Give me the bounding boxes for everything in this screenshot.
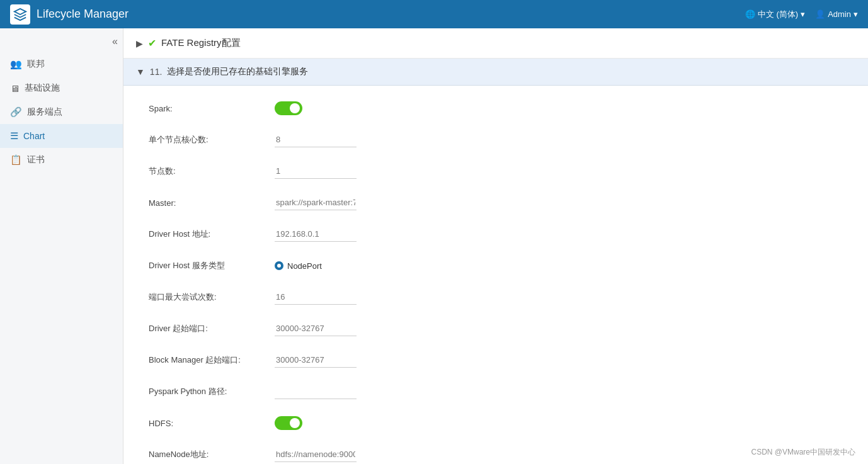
- driver-port-input-wrapper: [275, 321, 401, 336]
- block-manager-row: Block Manager 起始端口:: [149, 350, 843, 370]
- federation-icon: 👥: [10, 59, 22, 70]
- driver-host-input-wrapper: [275, 227, 401, 242]
- radio-dot-nodeport: [275, 261, 283, 270]
- driver-service-label: Driver Host 服务类型: [149, 260, 275, 271]
- section2-title: 选择是否使用已存在的基础引擎服务: [167, 66, 308, 77]
- watermark: CSDN @VMware中国研发中心: [751, 447, 855, 458]
- sidebar-item-label: 基础设施: [25, 82, 60, 94]
- master-input[interactable]: [275, 195, 357, 210]
- sidebar: « 👥 联邦 🖥 基础设施 🔗 服务端点 ☰ Chart 📋 证书: [0, 28, 123, 464]
- hdfs-toggle-wrapper: [275, 416, 401, 430]
- nodes-label: 节点数:: [149, 166, 275, 177]
- sidebar-collapse[interactable]: «: [0, 33, 123, 52]
- header-left: Lifecycle Manager: [10, 4, 128, 25]
- user-chevron-icon: ▾: [854, 9, 858, 19]
- pyspark-input-wrapper: [275, 384, 401, 399]
- sidebar-item-service-endpoints[interactable]: 🔗 服务端点: [0, 100, 123, 124]
- hdfs-toggle[interactable]: [275, 416, 302, 430]
- hdfs-row: HDFS:: [149, 413, 843, 433]
- section1-title: FATE Registry配置: [161, 37, 241, 49]
- app-title: Lifecycle Manager: [37, 8, 128, 21]
- port-retry-row: 端口最大尝试次数:: [149, 287, 843, 307]
- driver-host-label: Driver Host 地址:: [149, 229, 275, 240]
- hdfs-toggle-slider: [275, 416, 302, 430]
- driver-service-row: Driver Host 服务类型 NodePort: [149, 256, 843, 276]
- namenode-label: NameNode地址:: [149, 449, 275, 460]
- spark-toggle-slider: [275, 101, 302, 115]
- driver-service-value-wrapper: NodePort: [275, 261, 401, 271]
- chart-icon: ☰: [10, 130, 18, 142]
- pyspark-input[interactable]: [275, 384, 357, 399]
- pyspark-row: Pyspark Python 路径:: [149, 382, 843, 402]
- port-retry-label: 端口最大尝试次数:: [149, 291, 275, 303]
- user-menu[interactable]: 👤 Admin ▾: [815, 9, 858, 19]
- driver-port-input[interactable]: [275, 321, 357, 336]
- driver-port-label: Driver 起始端口:: [149, 323, 275, 334]
- block-manager-input-wrapper: [275, 353, 401, 368]
- section1-check-icon: ✔: [148, 37, 156, 49]
- section2-header: ▼ 11. 选择是否使用已存在的基础引擎服务: [123, 59, 868, 86]
- section2-collapse-button[interactable]: ▼: [136, 67, 145, 77]
- driver-host-row: Driver Host 地址:: [149, 224, 843, 244]
- nodes-input-wrapper: [275, 164, 401, 179]
- sidebar-item-chart[interactable]: ☰ Chart: [0, 124, 123, 148]
- sidebar-item-basic-settings[interactable]: 🖥 基础设施: [0, 76, 123, 100]
- sidebar-item-label: 证书: [27, 154, 45, 166]
- spark-toggle[interactable]: [275, 101, 302, 115]
- collapse-button[interactable]: «: [112, 36, 118, 47]
- section1-header: ▶ ✔ FATE Registry配置: [123, 28, 868, 59]
- block-manager-label: Block Manager 起始端口:: [149, 354, 275, 366]
- namenode-input-wrapper: [275, 447, 401, 462]
- cores-label: 单个节点核心数:: [149, 134, 275, 145]
- service-endpoints-icon: 🔗: [10, 106, 22, 118]
- pyspark-label: Pyspark Python 路径:: [149, 386, 275, 397]
- sidebar-item-certificate[interactable]: 📋 证书: [0, 148, 123, 172]
- lang-chevron-icon: ▾: [801, 9, 805, 19]
- radio-dot-inner: [277, 264, 281, 268]
- app-logo: [10, 4, 30, 25]
- namenode-row: NameNode地址:: [149, 444, 843, 464]
- language-selector[interactable]: 🌐 中文 (简体) ▾: [745, 9, 805, 20]
- header-right: 🌐 中文 (简体) ▾ 👤 Admin ▾: [745, 9, 858, 20]
- master-label: Master:: [149, 198, 275, 208]
- driver-port-row: Driver 起始端口:: [149, 319, 843, 339]
- certificate-icon: 📋: [10, 154, 22, 166]
- header: Lifecycle Manager 🌐 中文 (简体) ▾ 👤 Admin ▾: [0, 0, 868, 28]
- master-input-wrapper: [275, 195, 401, 210]
- basic-settings-icon: 🖥: [10, 83, 20, 94]
- port-retry-input[interactable]: [275, 290, 357, 305]
- hdfs-label: HDFS:: [149, 419, 275, 428]
- master-row: Master:: [149, 193, 843, 213]
- spark-label: Spark:: [149, 104, 275, 113]
- spark-row: Spark:: [149, 98, 843, 118]
- cores-input[interactable]: [275, 132, 357, 147]
- layout: « 👥 联邦 🖥 基础设施 🔗 服务端点 ☰ Chart 📋 证书 ▶ ✔ FA…: [0, 28, 868, 464]
- sidebar-item-label: 服务端点: [27, 106, 62, 118]
- main-content: ▶ ✔ FATE Registry配置 ▼ 11. 选择是否使用已存在的基础引擎…: [123, 28, 868, 464]
- port-retry-input-wrapper: [275, 290, 401, 305]
- nodeport-label: NodePort: [287, 261, 322, 271]
- user-icon: 👤: [815, 9, 825, 19]
- cores-row: 单个节点核心数:: [149, 130, 843, 150]
- block-manager-input[interactable]: [275, 353, 357, 368]
- form-content: Spark: 单个节点核心数: 节点数:: [123, 86, 868, 464]
- sidebar-item-label: Chart: [23, 131, 45, 141]
- sidebar-item-label: 联邦: [27, 59, 45, 70]
- nodes-input[interactable]: [275, 164, 357, 179]
- section1-expand-button[interactable]: ▶: [136, 38, 143, 48]
- driver-service-radio: NodePort: [275, 261, 401, 271]
- nodes-row: 节点数:: [149, 161, 843, 181]
- sidebar-item-federation[interactable]: 👥 联邦: [0, 52, 123, 76]
- driver-host-input[interactable]: [275, 227, 357, 242]
- cores-input-wrapper: [275, 132, 401, 147]
- section2-num: 11.: [150, 67, 162, 77]
- globe-icon: 🌐: [745, 9, 755, 19]
- namenode-input[interactable]: [275, 447, 357, 462]
- spark-toggle-wrapper: [275, 101, 401, 115]
